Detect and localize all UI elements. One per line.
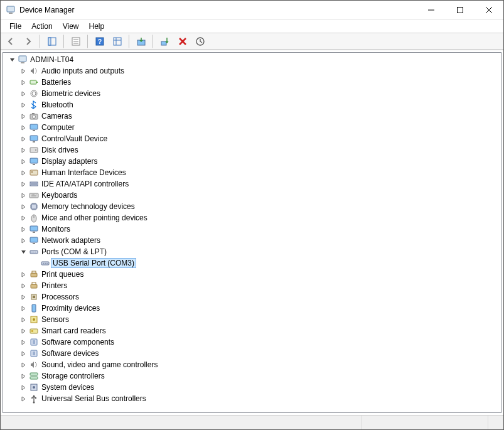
category-memory[interactable]: Memory technology devices xyxy=(6,201,501,212)
category-storage[interactable]: Storage controllers xyxy=(6,370,501,382)
view-button[interactable] xyxy=(110,34,125,49)
category-bluetooth[interactable]: Bluetooth xyxy=(6,99,501,110)
bluetooth-icon xyxy=(28,100,40,110)
menu-help[interactable]: Help xyxy=(84,21,110,32)
category-batteries[interactable]: Batteries xyxy=(6,77,501,88)
expand-icon[interactable] xyxy=(18,317,28,323)
expand-icon[interactable] xyxy=(18,351,28,357)
category-network[interactable]: Network adapters xyxy=(6,235,501,246)
tree-label: Human Interface Devices xyxy=(40,168,128,178)
expand-icon[interactable] xyxy=(18,159,28,164)
expand-icon[interactable] xyxy=(18,238,28,244)
expand-icon[interactable] xyxy=(18,374,28,379)
scan-hardware-button[interactable] xyxy=(193,34,208,49)
category-cpu[interactable]: Processors xyxy=(6,291,501,303)
minimize-button[interactable] xyxy=(417,1,446,19)
expand-icon[interactable] xyxy=(18,340,28,345)
help-button[interactable]: ? xyxy=(92,34,107,49)
expand-icon[interactable] xyxy=(18,91,28,97)
device-item-usbserial[interactable]: USB Serial Port (COM3) xyxy=(6,257,501,269)
show-hide-tree-button[interactable] xyxy=(45,34,60,49)
category-cameras[interactable]: Cameras xyxy=(6,110,501,122)
expand-icon[interactable] xyxy=(18,181,28,187)
menu-view[interactable]: View xyxy=(58,21,84,32)
tree-label: System devices xyxy=(40,382,96,392)
collapse-icon[interactable] xyxy=(7,57,17,63)
category-printers[interactable]: Printers xyxy=(6,280,501,291)
expand-icon[interactable] xyxy=(18,102,28,108)
tree-label: Network adapters xyxy=(40,235,102,245)
category-ide[interactable]: IDE ATA/ATAPI controllers xyxy=(6,178,501,190)
battery-icon xyxy=(28,77,40,87)
expand-icon[interactable] xyxy=(18,68,28,74)
category-audio[interactable]: Audio inputs and outputs xyxy=(6,65,501,77)
tree-root[interactable]: ADMIN-LT04 xyxy=(6,54,501,65)
expand-icon[interactable] xyxy=(18,80,28,85)
tree-label: Processors xyxy=(40,292,81,302)
expand-icon[interactable] xyxy=(18,136,28,142)
keyboard-icon xyxy=(28,190,40,200)
category-smartcard[interactable]: Smart card readers xyxy=(6,325,501,336)
hid-icon xyxy=(28,168,40,178)
category-system[interactable]: System devices xyxy=(6,382,501,393)
category-cvault[interactable]: ControlVault Device xyxy=(6,133,501,144)
category-hid[interactable]: Human Interface Devices xyxy=(6,167,501,178)
category-keyboards[interactable]: Keyboards xyxy=(6,190,501,201)
expand-icon[interactable] xyxy=(18,114,28,119)
maximize-button[interactable] xyxy=(446,1,475,19)
enable-device-button[interactable] xyxy=(158,34,173,49)
tree-label: Audio inputs and outputs xyxy=(40,66,126,76)
collapse-icon[interactable] xyxy=(18,249,28,255)
expand-icon[interactable] xyxy=(18,396,28,402)
device-tree[interactable]: ADMIN-LT04 Audio inputs and outputsBatte… xyxy=(3,52,501,413)
uninstall-device-button[interactable] xyxy=(175,34,190,49)
expand-icon[interactable] xyxy=(18,385,28,390)
category-computer[interactable]: Computer xyxy=(6,122,501,133)
expand-icon[interactable] xyxy=(18,362,28,368)
properties-button[interactable] xyxy=(68,34,83,49)
expand-icon[interactable] xyxy=(18,148,28,153)
update-driver-button[interactable] xyxy=(134,34,149,49)
category-disk[interactable]: Disk drives xyxy=(6,144,501,156)
monitor-icon xyxy=(28,235,40,245)
category-biometric[interactable]: Biometric devices xyxy=(6,88,501,99)
category-sound[interactable]: Sound, video and game controllers xyxy=(6,359,501,370)
category-mice[interactable]: Mice and other pointing devices xyxy=(6,212,501,223)
expand-icon[interactable] xyxy=(18,227,28,232)
menu-file[interactable]: File xyxy=(4,21,26,32)
category-ports[interactable]: Ports (COM & LPT) xyxy=(6,246,501,257)
resize-grip[interactable] xyxy=(488,416,503,429)
expand-icon[interactable] xyxy=(18,306,28,311)
category-swdev[interactable]: Software devices xyxy=(6,348,501,359)
category-swcomp[interactable]: Software components xyxy=(6,336,501,348)
category-monitors[interactable]: Monitors xyxy=(6,223,501,235)
expand-icon[interactable] xyxy=(18,193,28,198)
expand-icon[interactable] xyxy=(18,215,28,221)
speaker-icon xyxy=(28,66,40,76)
expand-icon[interactable] xyxy=(18,272,28,277)
expand-icon[interactable] xyxy=(18,328,28,334)
disk-icon xyxy=(28,145,40,155)
tree-label: Monitors xyxy=(40,224,72,234)
category-printq[interactable]: Print queues xyxy=(6,269,501,280)
status-panel xyxy=(362,416,488,429)
close-button[interactable] xyxy=(475,1,503,19)
forward-button[interactable] xyxy=(21,34,36,49)
ide-icon xyxy=(28,179,40,189)
menu-action[interactable]: Action xyxy=(26,21,57,32)
port-icon xyxy=(40,258,51,268)
expand-icon[interactable] xyxy=(18,283,28,289)
expand-icon[interactable] xyxy=(18,125,28,131)
category-sensors[interactable]: Sensors xyxy=(6,314,501,325)
category-display[interactable]: Display adapters xyxy=(6,156,501,167)
printer-icon xyxy=(28,269,40,279)
expand-icon[interactable] xyxy=(18,170,28,176)
back-button[interactable] xyxy=(3,34,18,49)
category-usb[interactable]: Universal Serial Bus controllers xyxy=(6,393,501,404)
tree-label: Mice and other pointing devices xyxy=(40,213,149,223)
tree-label: Computer xyxy=(40,122,77,132)
expand-icon[interactable] xyxy=(18,204,28,210)
titlebar: Device Manager xyxy=(1,1,503,20)
category-proximity[interactable]: Proximity devices xyxy=(6,303,501,314)
expand-icon[interactable] xyxy=(18,294,28,300)
